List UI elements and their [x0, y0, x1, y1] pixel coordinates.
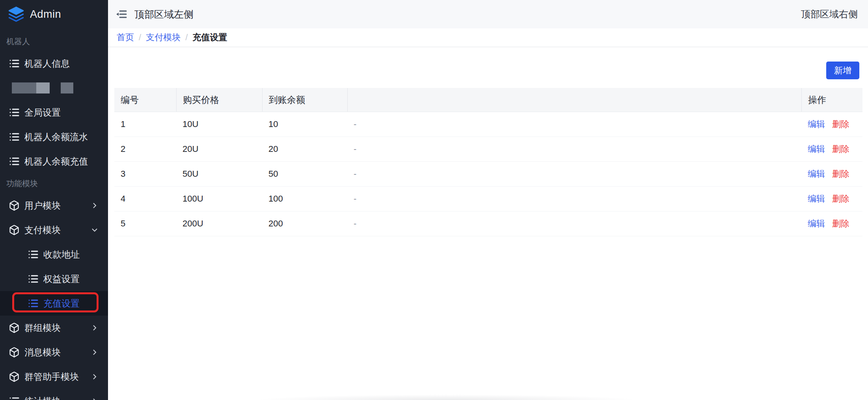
cube-icon [9, 371, 20, 382]
edit-link[interactable]: 编辑 [808, 118, 825, 130]
table-row: 5 200U 200 - 编辑 删除 [114, 211, 862, 236]
table-header: 编号 购买价格 到账余额 操作 [114, 88, 862, 112]
app-name: Admin [30, 8, 61, 21]
chevron-right-icon [91, 398, 98, 400]
sidebar: Admin 机器人 机器人信息 全局设置 机器人余额流水 [0, 0, 108, 400]
redacted-gap [50, 82, 61, 93]
chevron-down-icon [91, 227, 98, 233]
sidebar-item-message-module[interactable]: 消息模块 [0, 340, 108, 364]
sidebar-item-robot-info[interactable]: 机器人信息 [0, 51, 108, 76]
cell-price: 200U [176, 219, 262, 229]
cell-actions: 编辑 删除 [801, 218, 862, 230]
sidebar-item-group-module[interactable]: 群组模块 [0, 316, 108, 340]
chevron-right-icon [91, 325, 98, 331]
sidebar-item-label: 消息模块 [24, 346, 61, 359]
sidebar-item-label: 支付模块 [24, 224, 61, 236]
sidebar-item-robot-balance-recharge[interactable]: 机器人余额充值 [0, 149, 108, 174]
main-area: 顶部区域左侧 顶部区域右侧 首页 / 支付模块 / 充值设置 新增 编号 购买价… [108, 0, 868, 400]
sidebar-item-label: 群管助手模块 [24, 371, 79, 383]
redacted-block [12, 82, 36, 93]
cell-extra: - [347, 194, 801, 204]
header-cell-actions: 操作 [801, 88, 862, 112]
delete-link[interactable]: 删除 [832, 218, 849, 230]
cell-amount: 100 [262, 194, 347, 204]
bottom-shadow [252, 394, 643, 400]
cell-extra: - [347, 144, 801, 154]
sidebar-item-collection-address[interactable]: 收款地址 [0, 242, 108, 267]
sidebar-item-label: 权益设置 [43, 273, 80, 285]
sidebar-item-recharge-settings[interactable]: 充值设置 [0, 291, 108, 316]
cube-icon [9, 347, 20, 358]
list-icon [9, 156, 20, 167]
sidebar-item-robot-balance-flow[interactable]: 机器人余额流水 [0, 125, 108, 149]
list-icon [28, 249, 39, 260]
layers-logo-icon [8, 6, 24, 22]
cube-icon [9, 200, 20, 211]
cell-actions: 编辑 删除 [801, 168, 862, 180]
sidebar-item-label: 充值设置 [43, 297, 80, 310]
breadcrumb-home[interactable]: 首页 [117, 32, 134, 43]
breadcrumb-current: 充值设置 [192, 32, 227, 43]
table-row: 2 20U 20 - 编辑 删除 [114, 137, 862, 162]
cell-id: 3 [114, 169, 176, 179]
edit-link[interactable]: 编辑 [808, 143, 825, 155]
header-cell-price: 购买价格 [176, 88, 262, 112]
sidebar-item-label: 群组模块 [24, 322, 61, 334]
redacted-block [61, 82, 73, 93]
sidebar-item-global-settings[interactable]: 全局设置 [0, 100, 108, 125]
sidebar-item-label: 机器人信息 [24, 58, 70, 70]
list-icon [28, 273, 39, 284]
cell-extra: - [347, 219, 801, 229]
sidebar-item-statistics-module[interactable]: 统计模块 [0, 389, 108, 400]
sidebar-item-user-module[interactable]: 用户模块 [0, 193, 108, 218]
cell-actions: 编辑 删除 [801, 143, 862, 155]
cell-amount: 10 [262, 119, 347, 129]
admin-app-window: Admin 机器人 机器人信息 全局设置 机器人余额流水 [0, 0, 868, 400]
cell-id: 4 [114, 194, 176, 204]
chevron-right-icon [91, 374, 98, 380]
app-logo: Admin [0, 0, 108, 28]
breadcrumb-separator: / [139, 32, 141, 43]
delete-link[interactable]: 删除 [832, 118, 849, 130]
cell-actions: 编辑 删除 [801, 118, 862, 130]
delete-link[interactable]: 删除 [832, 193, 849, 205]
sidebar-section-robot: 机器人 [0, 32, 108, 51]
breadcrumb-payment-module[interactable]: 支付模块 [146, 32, 181, 43]
header-cell-extra [347, 88, 801, 112]
list-icon [9, 396, 20, 400]
delete-link[interactable]: 删除 [832, 143, 849, 155]
edit-link[interactable]: 编辑 [808, 193, 825, 205]
cell-price: 50U [176, 169, 262, 179]
add-button[interactable]: 新增 [826, 62, 859, 79]
sidebar-item-label: 全局设置 [24, 107, 61, 119]
table-row: 4 100U 100 - 编辑 删除 [114, 187, 862, 211]
sidebar-item-rights-settings[interactable]: 权益设置 [0, 267, 108, 291]
sidebar-item-group-assistant-module[interactable]: 群管助手模块 [0, 364, 108, 389]
topbar: 顶部区域左侧 顶部区域右侧 [108, 0, 868, 28]
page-content: 新增 编号 购买价格 到账余额 操作 1 10U 10 - 编辑 删除 [108, 47, 868, 400]
edit-link[interactable]: 编辑 [808, 218, 825, 230]
cell-price: 100U [176, 194, 262, 204]
sidebar-item-label: 收款地址 [43, 249, 80, 261]
cell-id: 1 [114, 119, 176, 129]
sidebar-item-redacted[interactable] [0, 76, 108, 100]
list-icon [9, 107, 20, 118]
topbar-right-title: 顶部区域右侧 [801, 8, 858, 21]
menu-fold-icon[interactable] [115, 8, 127, 20]
cell-amount: 50 [262, 169, 347, 179]
sidebar-item-label: 机器人余额流水 [24, 131, 88, 143]
delete-link[interactable]: 删除 [832, 168, 849, 180]
edit-link[interactable]: 编辑 [808, 168, 825, 180]
list-icon [28, 298, 39, 309]
cell-actions: 编辑 删除 [801, 193, 862, 205]
sidebar-item-label: 机器人余额充值 [24, 155, 88, 168]
cell-extra: - [347, 169, 801, 179]
breadcrumb: 首页 / 支付模块 / 充值设置 [108, 28, 868, 47]
chevron-right-icon [91, 202, 98, 209]
sidebar-item-payment-module[interactable]: 支付模块 [0, 218, 108, 242]
header-cell-amount: 到账余额 [262, 88, 347, 112]
cube-icon [9, 224, 20, 236]
cell-id: 5 [114, 219, 176, 229]
redacted-block [36, 82, 50, 93]
cell-amount: 200 [262, 219, 347, 229]
